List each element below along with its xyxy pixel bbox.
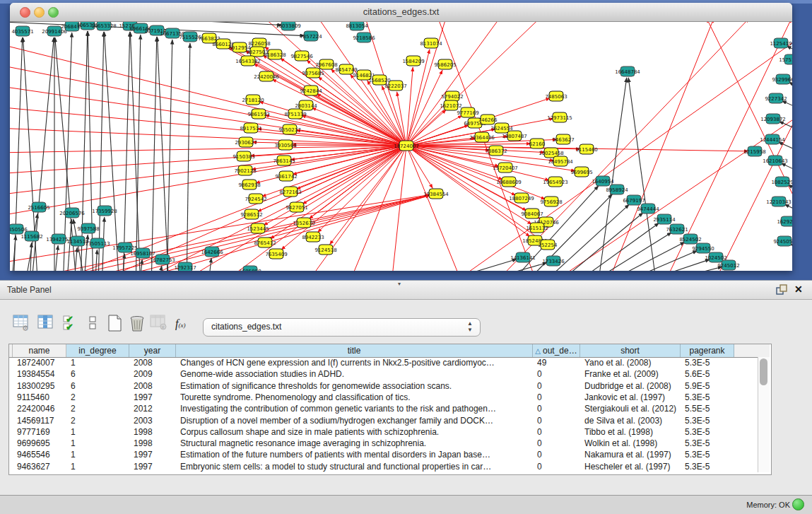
graph-node[interactable]: 1605850 <box>239 266 261 271</box>
table-row[interactable]: 2242004622012Investigating the contribut… <box>9 403 770 414</box>
table-cell[interactable]: 0 <box>537 403 579 414</box>
table-cell[interactable]: 5.3E-5 <box>685 392 733 403</box>
graph-node[interactable]: 3930568 <box>274 140 296 150</box>
graph-node[interactable]: 10653328 <box>91 22 117 30</box>
graph-node[interactable]: 2967608 <box>315 59 337 69</box>
graph-node[interactable]: 7635409 <box>265 249 287 259</box>
table-cell[interactable]: 2003 <box>134 415 175 426</box>
table-cell[interactable]: 2008 <box>134 357 175 368</box>
table-cell[interactable]: Wolkin et al. (1998) <box>584 438 679 449</box>
table-cell[interactable]: 2 <box>71 415 128 426</box>
column-header-short[interactable]: short <box>580 344 681 357</box>
table-cell[interactable]: 2012 <box>134 403 175 414</box>
table-cell[interactable]: 19384554 <box>17 368 65 380</box>
table-cell[interactable]: Investigating the contribution of common… <box>180 403 531 414</box>
graph-node[interactable]: 8524502 <box>679 234 701 244</box>
table-cell[interactable]: Embryonic stem cells: a model to study s… <box>180 461 531 472</box>
graph-node[interactable]: 9361742 <box>275 171 297 181</box>
table-row[interactable]: 1830029562008Estimation of significance … <box>9 380 770 392</box>
graph-node[interactable]: 9463627 <box>552 134 574 144</box>
graph-node[interactable]: 252254 <box>539 240 558 250</box>
graph-node[interactable]: 9375685 <box>302 68 324 78</box>
table-cell[interactable]: 5.9E-5 <box>685 380 733 392</box>
graph-node[interactable]: 7863145 <box>273 156 295 165</box>
table-cell[interactable]: 2008 <box>134 380 175 392</box>
table-cell[interactable]: 14569117 <box>17 415 65 426</box>
graph-node[interactable]: 1642666 <box>201 247 223 257</box>
table-cell[interactable]: 1 <box>71 461 128 472</box>
table-cell[interactable]: 0 <box>537 380 579 392</box>
graph-node[interactable]: 9350217 <box>278 124 300 134</box>
graph-node[interactable]: 7902128 <box>234 165 256 175</box>
table-cell[interactable]: 0 <box>537 449 579 460</box>
graph-node[interactable]: 2935114 <box>653 214 676 224</box>
table-cell[interactable]: 1 <box>71 426 128 438</box>
graph-node[interactable]: 14136141 <box>510 252 536 262</box>
graph-node[interactable]: 16210643 <box>763 156 788 165</box>
graph-node[interactable]: 18807249 <box>509 193 534 203</box>
delete-trash-icon[interactable] <box>128 314 146 332</box>
graph-node[interactable]: 8958924 <box>606 185 628 194</box>
table-settings-icon[interactable]: ⚙ <box>13 314 31 332</box>
table-cell[interactable]: 2009 <box>134 368 175 380</box>
table-cell[interactable]: 0 <box>537 461 579 472</box>
graph-node[interactable]: 9862938 <box>238 180 260 189</box>
graph-node[interactable]: 7632621 <box>666 224 688 234</box>
table-cell[interactable]: de Silva et al. (2003) <box>584 415 679 426</box>
table-cell[interactable]: 9777169 <box>17 426 65 438</box>
graph-node[interactable]: 12973115 <box>547 112 572 122</box>
table-cell[interactable]: 2 <box>71 392 128 403</box>
table-cell[interactable]: Disruption of a novel member of a sodium… <box>180 415 531 426</box>
table-cell[interactable]: 22420046 <box>17 403 65 414</box>
table-cell[interactable]: 1 <box>71 357 128 368</box>
table-cell[interactable]: 0 <box>537 415 579 426</box>
graph-node[interactable]: 1621072 <box>440 100 461 110</box>
table-cell[interactable]: 5.5E-5 <box>685 403 733 414</box>
vertical-scrollbar[interactable] <box>758 357 770 472</box>
new-table-icon[interactable] <box>106 314 124 332</box>
table-cell[interactable]: 18724007 <box>17 357 65 368</box>
graph-node[interactable]: 9115460 <box>575 144 597 154</box>
graph-node[interactable]: 15751074 <box>779 54 792 64</box>
graph-node[interactable]: 19654923 <box>543 177 568 187</box>
table-cell[interactable]: 0 <box>537 392 579 403</box>
table-cell[interactable]: Tourette syndrome. Phenomenology and cla… <box>180 392 531 403</box>
graph-node[interactable]: 2718120 <box>242 95 264 105</box>
table-cell[interactable]: Yano et al. (2008) <box>584 357 679 368</box>
graph-node[interactable]: 7924542 <box>245 194 266 204</box>
table-cell[interactable]: 5.6E-5 <box>685 368 733 380</box>
table-cell[interactable]: Changes of HCN gene expression and I(f) … <box>180 357 531 368</box>
show-column-icon[interactable] <box>37 314 56 332</box>
table-cell[interactable]: Franke et al. (2009) <box>584 368 679 380</box>
table-cell[interactable]: 49 <box>537 357 579 368</box>
graph-node[interactable]: 20364436 <box>469 132 495 142</box>
close-panel-icon[interactable]: ✕ <box>794 284 803 295</box>
graph-node[interactable]: 9699695 <box>570 167 592 177</box>
graph-node[interactable]: 9150383 <box>233 151 254 161</box>
table-cell[interactable]: 9465546 <box>17 449 65 460</box>
graph-node[interactable]: 8765412 <box>254 238 276 247</box>
table-cell[interactable]: 6 <box>71 380 128 392</box>
table-cell[interactable]: Stergiakouli et al. (2012) <box>584 403 679 414</box>
table-row[interactable]: 1872400712008Changes of HCN gene express… <box>9 357 770 368</box>
graph-node[interactable]: 1733426 <box>542 256 565 266</box>
graph-node[interactable]: 2516605 <box>28 202 49 212</box>
graph-node[interactable]: 5794022 <box>441 91 463 101</box>
graph-node[interactable]: 9756928 <box>540 197 562 206</box>
graph-node[interactable]: 15720407 <box>493 163 518 173</box>
panel-collapse-handle-icon[interactable]: ▾ <box>398 281 401 287</box>
function-builder-icon[interactable]: f(x) <box>175 317 185 330</box>
table-cell[interactable]: 1998 <box>134 426 175 438</box>
table-cell[interactable]: Jankovic et al. (1997) <box>584 392 679 403</box>
table-cell[interactable]: 5.3E-5 <box>685 449 733 460</box>
graph-node[interactable]: 4035571 <box>11 26 33 36</box>
table-cell[interactable]: 1997 <box>134 461 175 472</box>
graph-node[interactable]: 12210343 <box>766 197 792 206</box>
table-cell[interactable]: 0 <box>537 426 579 438</box>
table-cell[interactable]: 1 <box>71 438 128 449</box>
table-row[interactable]: 1938455462009Genome-wide association stu… <box>9 368 770 380</box>
graph-node[interactable]: 9777169 <box>457 107 478 117</box>
table-cell[interactable]: 5.3E-5 <box>685 461 733 472</box>
memory-status-indicator[interactable] <box>792 498 804 510</box>
table-row[interactable]: 977716911998Corpus callosum shape and si… <box>9 426 770 438</box>
